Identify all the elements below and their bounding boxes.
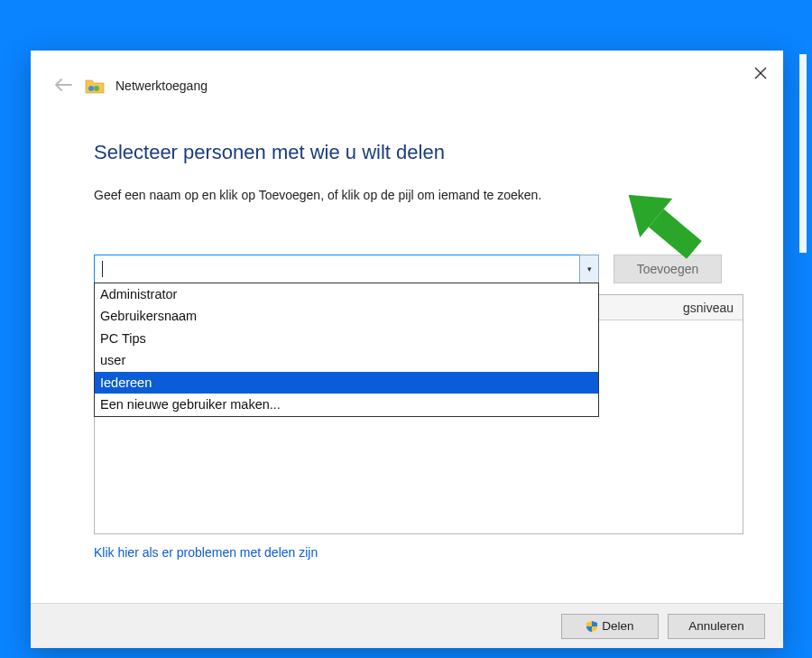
dropdown-item-pc-tips[interactable]: PC Tips — [95, 328, 598, 349]
dropdown-item-new-user[interactable]: Een nieuwe gebruiker maken... — [95, 394, 598, 415]
dropdown-item-gebruikersnaam[interactable]: Gebruikersnaam — [95, 305, 598, 327]
instruction-text: Geef een naam op en klik op Toevoegen, o… — [94, 188, 743, 202]
cancel-button[interactable]: Annuleren — [668, 614, 765, 639]
share-button-label: Delen — [602, 619, 633, 633]
uac-shield-icon — [586, 620, 598, 633]
main-heading: Selecteer personen met wie u wilt delen — [94, 141, 743, 164]
dropdown-item-user[interactable]: user — [95, 349, 598, 371]
desktop-strip — [799, 54, 807, 253]
svg-point-3 — [94, 86, 99, 91]
network-share-icon — [85, 78, 103, 94]
user-input[interactable] — [94, 255, 580, 283]
svg-point-2 — [88, 86, 94, 91]
text-cursor — [102, 261, 103, 277]
dropdown-item-iedereen[interactable]: Iedereen — [95, 372, 598, 394]
combo-row: ▾ Administrator Gebruikersnaam PC Tips u… — [94, 255, 743, 283]
add-button[interactable]: Toevoegen — [614, 255, 722, 283]
app-title: Netwerktoegang — [115, 79, 208, 93]
back-arrow-icon[interactable] — [54, 77, 72, 95]
close-icon — [754, 67, 767, 79]
permission-level-header: gsniveau — [683, 301, 734, 315]
dialog-header: Netwerktoegang — [54, 77, 208, 95]
cancel-button-label: Annuleren — [688, 619, 744, 633]
close-button[interactable] — [747, 60, 774, 87]
user-combobox: ▾ Administrator Gebruikersnaam PC Tips u… — [94, 255, 599, 283]
button-bar: Delen Annuleren — [31, 603, 783, 648]
user-dropdown: Administrator Gebruikersnaam PC Tips use… — [94, 283, 599, 417]
dropdown-toggle[interactable]: ▾ — [579, 255, 599, 283]
problems-link[interactable]: Klik hier als er problemen met delen zij… — [94, 545, 318, 560]
content-area: Selecteer personen met wie u wilt delen … — [94, 141, 743, 283]
dropdown-item-administrator[interactable]: Administrator — [95, 283, 598, 305]
share-button[interactable]: Delen — [561, 614, 659, 639]
chevron-down-icon: ▾ — [587, 264, 592, 273]
network-access-dialog: Netwerktoegang Selecteer personen met wi… — [31, 51, 783, 648]
